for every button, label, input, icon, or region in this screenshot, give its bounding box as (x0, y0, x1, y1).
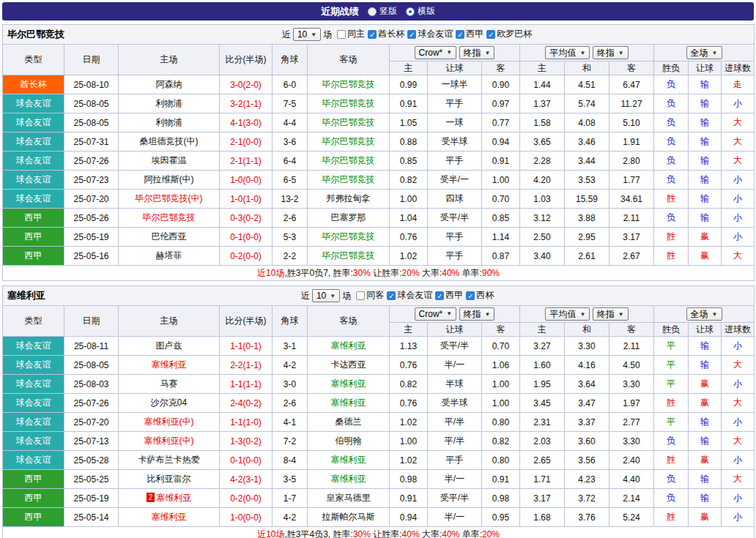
home-team-name[interactable]: 卡萨布兰卡热爱 (138, 455, 200, 465)
home-team-name[interactable]: 比利亚雷尔 (147, 474, 191, 484)
radio-vertical-icon[interactable] (368, 7, 377, 16)
checkbox-icon[interactable] (368, 30, 377, 39)
league-badge: 球会友谊 (3, 94, 64, 113)
home-team-name[interactable]: 马赛 (160, 378, 178, 389)
away-team-name[interactable]: 邦弗拉甸拿 (327, 193, 371, 203)
home-team-name[interactable]: 毕尔巴鄂竞技 (143, 212, 196, 223)
match-count-select[interactable]: 10▼ (293, 28, 321, 41)
home-team-name[interactable]: 塞维利亚 (152, 512, 187, 522)
checkbox-label: 球会友谊 (397, 289, 432, 302)
bookmaker-select[interactable]: Crow*▼ (415, 307, 457, 321)
match-row: 西甲25-05-192塞维利亚0-2(0-0)1-7皇家马德里0.91受平/半0… (3, 489, 755, 508)
filter-checkbox[interactable]: 酋长杯 (368, 28, 404, 40)
away-team-name[interactable]: 毕尔巴鄂竞技 (322, 174, 375, 184)
away-team-name[interactable]: 毕尔巴鄂竞技 (322, 79, 375, 89)
home-team-name[interactable]: 塞维利亚(中) (144, 416, 194, 427)
bookmaker-select-value: Crow* (419, 309, 443, 319)
home-team-name[interactable]: 利物浦 (156, 98, 182, 108)
filter-checkbox[interactable]: 西杯 (466, 289, 494, 302)
checkbox-icon[interactable] (356, 291, 365, 300)
home-team-name[interactable]: 赫塔菲 (156, 250, 182, 261)
away-team-name[interactable]: 卡达西亚 (331, 359, 366, 370)
filter-checkbox[interactable]: 西甲 (435, 289, 463, 302)
layout-horizontal-option[interactable]: 横版 (406, 5, 435, 18)
date-cell: 25-07-26 (64, 152, 119, 171)
layout-vertical-option[interactable]: 竖版 (368, 5, 397, 18)
home-team-name[interactable]: 塞维利亚(中) (144, 436, 194, 446)
away-team-name[interactable]: 伯明翰 (336, 436, 362, 446)
home-team-name[interactable]: 阿森纳 (156, 79, 182, 89)
home-team-name[interactable]: 沙尔克04 (151, 397, 187, 408)
away-team-name[interactable]: 桑德兰 (336, 416, 362, 427)
home-team-name[interactable]: 图卢兹 (156, 340, 182, 351)
home-team-name[interactable]: 塞维利亚 (152, 359, 187, 370)
away-team-name[interactable]: 皇家马德里 (327, 493, 371, 503)
home-team-name[interactable]: 巴伦西亚 (152, 231, 187, 242)
final-index-select[interactable]: 终指▼ (593, 46, 629, 59)
handicap-odds-home-cell: 0.91 (390, 94, 428, 113)
avg-odds-select[interactable]: 平均值▼ (545, 46, 590, 59)
filter-checkbox[interactable]: 同客 (356, 289, 384, 302)
home-team-name[interactable]: 桑坦德竞技(中) (140, 136, 199, 146)
summary-stats: 近10场,胜3平0负7, 胜率:30% 让胜率:20% 大率:40% 单率:90… (3, 266, 755, 281)
near-label: 近 (301, 290, 310, 302)
result-handicap-cell: 输 (689, 432, 722, 451)
home-team-name[interactable]: 埃因霍温 (152, 155, 187, 165)
away-team-name[interactable]: 塞维利亚 (331, 340, 366, 351)
scope-select[interactable]: 全场▼ (686, 307, 722, 321)
radio-horizontal-icon[interactable] (406, 7, 415, 16)
away-team-name[interactable]: 巴塞罗那 (331, 212, 366, 223)
checkbox-icon[interactable] (337, 30, 346, 39)
checkbox-icon[interactable] (407, 30, 416, 39)
away-team-name[interactable]: 毕尔巴鄂竞技 (322, 98, 375, 108)
away-team-name[interactable]: 毕尔巴鄂竞技 (322, 231, 375, 242)
avg-away-odds-cell: 5.10 (609, 113, 654, 132)
checkbox-icon[interactable] (387, 291, 396, 300)
summary-row: 近10场,胜3平4负3, 胜率:30% 让胜率:40% 大率:40% 单率:20… (3, 527, 755, 538)
filter-checkbox[interactable]: 球会友谊 (407, 28, 453, 40)
checkbox-icon[interactable] (466, 291, 475, 300)
bookmaker-select[interactable]: Crow*▼ (415, 46, 457, 59)
filter-checkbox[interactable]: 西甲 (456, 28, 483, 40)
filter-checkbox[interactable]: 欧罗巴杯 (486, 28, 532, 40)
score-cell: 0-1(0-0) (220, 228, 273, 247)
away-team-name[interactable]: 塞维利亚 (331, 378, 366, 389)
recent-results-page: 近期战绩 竖版 横版 毕尔巴鄂竞技 近 1 (0, 0, 756, 538)
scope-select[interactable]: 全场▼ (686, 46, 722, 59)
handicap-odds-away-cell: 1.00 (482, 394, 520, 413)
away-team-name[interactable]: 拉斯帕尔马斯 (322, 512, 375, 522)
avg-odds-select[interactable]: 平均值▼ (545, 307, 590, 321)
filter-checkbox[interactable]: 同主 (337, 28, 365, 40)
result-handicap-cell: 输 (689, 356, 722, 375)
home-team-name[interactable]: 毕尔巴鄂竞技(中) (136, 193, 203, 203)
score-cell: 2-2(1-1) (220, 356, 273, 375)
checkbox-icon[interactable] (486, 30, 495, 39)
final-index-select[interactable]: 终指▼ (593, 307, 629, 321)
checkbox-label: 酋长杯 (378, 28, 404, 40)
checkbox-icon[interactable] (456, 30, 464, 39)
score-cell: 2-4(0-2) (220, 394, 273, 413)
final-index-select[interactable]: 终指▼ (459, 46, 495, 59)
away-team-name[interactable]: 塞维利亚 (331, 474, 366, 484)
away-team-name[interactable]: 毕尔巴鄂竞技 (322, 155, 375, 165)
chevron-down-icon: ▼ (618, 311, 624, 318)
avg-home-odds-cell: 1.44 (520, 75, 565, 94)
away-team-name[interactable]: 塞维利亚 (331, 397, 366, 408)
radio-vertical-label: 竖版 (379, 5, 397, 18)
away-team-name[interactable]: 毕尔巴鄂竞技 (322, 136, 375, 146)
final-index-select[interactable]: 终指▼ (459, 307, 495, 321)
filter-checkbox[interactable]: 球会友谊 (387, 289, 432, 302)
match-count-select[interactable]: 10▼ (312, 289, 340, 302)
home-team-name[interactable]: 阿拉维斯(中) (144, 174, 194, 184)
away-team-name[interactable]: 塞维利亚 (331, 455, 366, 465)
away-team-name[interactable]: 毕尔巴鄂竞技 (322, 250, 375, 261)
checkbox-icon[interactable] (435, 291, 444, 300)
checkbox-label: 西甲 (445, 289, 463, 302)
home-team-name[interactable]: 利物浦 (156, 117, 182, 127)
home-team-name[interactable]: 塞维利亚 (156, 493, 191, 503)
handicap-odds-home-cell: 1.05 (390, 113, 428, 132)
away-team-name[interactable]: 毕尔巴鄂竞技 (322, 117, 375, 127)
avg-away-odds-cell: 34.61 (609, 190, 654, 209)
league-badge: 球会友谊 (3, 375, 64, 393)
result-wdl-cell: 平 (654, 337, 689, 356)
